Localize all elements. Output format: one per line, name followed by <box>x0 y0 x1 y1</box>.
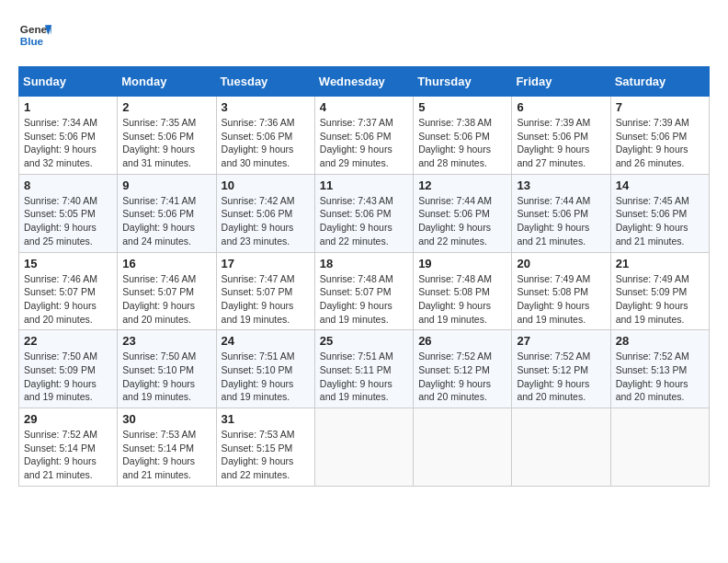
daylight-label: Daylight: 9 hours and 20 minutes. <box>616 378 688 403</box>
sunset-label: Sunset: 5:07 PM <box>320 286 392 297</box>
day-info: Sunrise: 7:52 AM Sunset: 5:13 PM Dayligh… <box>616 350 704 404</box>
day-info: Sunrise: 7:47 AM Sunset: 5:07 PM Dayligh… <box>222 272 310 327</box>
calendar-cell: 25 Sunrise: 7:51 AM Sunset: 5:11 PM Dayl… <box>314 330 413 408</box>
day-info: Sunrise: 7:39 AM Sunset: 5:06 PM Dayligh… <box>517 116 605 170</box>
daylight-label: Daylight: 9 hours and 21 minutes. <box>517 222 589 247</box>
day-number: 5 <box>418 100 506 114</box>
day-number: 31 <box>222 412 310 426</box>
sunrise-label: Sunrise: 7:34 AM <box>24 117 97 128</box>
calendar-week-row: 15 Sunrise: 7:46 AM Sunset: 5:07 PM Dayl… <box>19 252 710 330</box>
day-number: 30 <box>122 412 210 426</box>
sunrise-label: Sunrise: 7:39 AM <box>517 117 590 128</box>
day-number: 26 <box>418 334 506 348</box>
daylight-label: Daylight: 9 hours and 26 minutes. <box>616 144 688 168</box>
calendar-cell: 26 Sunrise: 7:52 AM Sunset: 5:12 PM Dayl… <box>414 330 512 408</box>
day-number: 16 <box>122 257 210 270</box>
day-number: 2 <box>122 100 210 114</box>
sunrise-label: Sunrise: 7:49 AM <box>517 273 590 284</box>
calendar-cell <box>414 408 512 487</box>
sunrise-label: Sunrise: 7:41 AM <box>122 195 196 206</box>
sunset-label: Sunset: 5:06 PM <box>517 131 588 142</box>
sunrise-label: Sunrise: 7:48 AM <box>320 273 393 284</box>
day-number: 10 <box>222 178 310 192</box>
sunset-label: Sunset: 5:09 PM <box>616 286 688 297</box>
day-info: Sunrise: 7:53 AM Sunset: 5:15 PM Dayligh… <box>222 428 310 482</box>
calendar-cell: 20 Sunrise: 7:49 AM Sunset: 5:08 PM Dayl… <box>512 252 610 330</box>
sunset-label: Sunset: 5:08 PM <box>517 286 588 297</box>
sunrise-label: Sunrise: 7:44 AM <box>418 195 492 206</box>
day-number: 18 <box>320 257 408 270</box>
sunset-label: Sunset: 5:13 PM <box>616 364 688 375</box>
day-info: Sunrise: 7:50 AM Sunset: 5:10 PM Dayligh… <box>122 350 210 404</box>
daylight-label: Daylight: 9 hours and 29 minutes. <box>320 144 392 168</box>
calendar-cell: 31 Sunrise: 7:53 AM Sunset: 5:15 PM Dayl… <box>216 408 314 487</box>
sunrise-label: Sunrise: 7:43 AM <box>320 195 393 206</box>
daylight-label: Daylight: 9 hours and 20 minutes. <box>24 300 97 325</box>
sunset-label: Sunset: 5:07 PM <box>122 286 194 297</box>
day-number: 4 <box>320 100 408 114</box>
day-info: Sunrise: 7:52 AM Sunset: 5:12 PM Dayligh… <box>418 350 506 404</box>
calendar-cell <box>314 408 413 487</box>
calendar-cell: 4 Sunrise: 7:37 AM Sunset: 5:06 PM Dayli… <box>314 97 413 175</box>
day-info: Sunrise: 7:41 AM Sunset: 5:06 PM Dayligh… <box>122 194 210 248</box>
day-number: 7 <box>616 100 704 114</box>
calendar-cell: 13 Sunrise: 7:44 AM Sunset: 5:06 PM Dayl… <box>512 174 610 252</box>
daylight-label: Daylight: 9 hours and 23 minutes. <box>222 222 294 247</box>
day-info: Sunrise: 7:39 AM Sunset: 5:06 PM Dayligh… <box>616 116 704 170</box>
sunset-label: Sunset: 5:06 PM <box>616 131 688 142</box>
day-number: 1 <box>24 100 112 114</box>
day-number: 15 <box>24 257 112 270</box>
sunrise-label: Sunrise: 7:53 AM <box>222 429 295 440</box>
day-info: Sunrise: 7:37 AM Sunset: 5:06 PM Dayligh… <box>320 116 408 170</box>
day-number: 25 <box>320 334 408 348</box>
daylight-label: Daylight: 9 hours and 19 minutes. <box>222 378 294 403</box>
day-info: Sunrise: 7:48 AM Sunset: 5:08 PM Dayligh… <box>418 272 506 327</box>
daylight-label: Daylight: 9 hours and 21 minutes. <box>122 455 195 480</box>
daylight-label: Daylight: 9 hours and 27 minutes. <box>517 144 589 168</box>
calendar-cell: 21 Sunrise: 7:49 AM Sunset: 5:09 PM Dayl… <box>610 252 709 330</box>
sunrise-label: Sunrise: 7:38 AM <box>418 117 492 128</box>
sunrise-label: Sunrise: 7:52 AM <box>24 429 97 440</box>
sunset-label: Sunset: 5:06 PM <box>222 131 293 142</box>
calendar-cell: 1 Sunrise: 7:34 AM Sunset: 5:06 PM Dayli… <box>19 97 118 175</box>
day-number: 3 <box>222 100 310 114</box>
col-header-tuesday: Tuesday <box>216 67 314 97</box>
sunrise-label: Sunrise: 7:40 AM <box>24 195 97 206</box>
sunrise-label: Sunrise: 7:53 AM <box>122 429 196 440</box>
daylight-label: Daylight: 9 hours and 21 minutes. <box>616 222 688 247</box>
sunrise-label: Sunrise: 7:42 AM <box>222 195 295 206</box>
sunset-label: Sunset: 5:14 PM <box>24 442 96 454</box>
sunrise-label: Sunrise: 7:50 AM <box>24 350 97 362</box>
daylight-label: Daylight: 9 hours and 20 minutes. <box>517 378 589 403</box>
col-header-wednesday: Wednesday <box>314 67 413 97</box>
calendar-cell: 29 Sunrise: 7:52 AM Sunset: 5:14 PM Dayl… <box>19 408 118 487</box>
day-info: Sunrise: 7:48 AM Sunset: 5:07 PM Dayligh… <box>320 272 408 327</box>
calendar-cell: 2 Sunrise: 7:35 AM Sunset: 5:06 PM Dayli… <box>118 97 216 175</box>
sunset-label: Sunset: 5:07 PM <box>24 286 96 297</box>
daylight-label: Daylight: 9 hours and 22 minutes. <box>418 222 491 247</box>
day-info: Sunrise: 7:52 AM Sunset: 5:14 PM Dayligh… <box>24 428 112 482</box>
day-info: Sunrise: 7:50 AM Sunset: 5:09 PM Dayligh… <box>24 350 112 404</box>
sunrise-label: Sunrise: 7:52 AM <box>418 350 492 362</box>
sunrise-label: Sunrise: 7:48 AM <box>418 273 492 284</box>
calendar-cell: 23 Sunrise: 7:50 AM Sunset: 5:10 PM Dayl… <box>118 330 216 408</box>
day-number: 14 <box>616 178 704 192</box>
day-number: 24 <box>222 334 310 348</box>
sunset-label: Sunset: 5:10 PM <box>222 364 293 375</box>
calendar-cell: 27 Sunrise: 7:52 AM Sunset: 5:12 PM Dayl… <box>512 330 610 408</box>
daylight-label: Daylight: 9 hours and 28 minutes. <box>418 144 491 168</box>
col-header-sunday: Sunday <box>19 67 118 97</box>
logo: General Blue <box>18 18 55 52</box>
sunset-label: Sunset: 5:10 PM <box>122 364 194 375</box>
day-info: Sunrise: 7:44 AM Sunset: 5:06 PM Dayligh… <box>517 194 605 248</box>
calendar-cell: 6 Sunrise: 7:39 AM Sunset: 5:06 PM Dayli… <box>512 97 610 175</box>
calendar-table: SundayMondayTuesdayWednesdayThursdayFrid… <box>18 66 710 487</box>
daylight-label: Daylight: 9 hours and 25 minutes. <box>24 222 97 247</box>
col-header-thursday: Thursday <box>414 67 512 97</box>
day-info: Sunrise: 7:51 AM Sunset: 5:10 PM Dayligh… <box>222 350 310 404</box>
daylight-label: Daylight: 9 hours and 19 minutes. <box>122 378 195 403</box>
daylight-label: Daylight: 9 hours and 19 minutes. <box>418 300 491 325</box>
calendar-cell <box>610 408 709 487</box>
sunset-label: Sunset: 5:06 PM <box>24 131 96 142</box>
calendar-cell: 22 Sunrise: 7:50 AM Sunset: 5:09 PM Dayl… <box>19 330 118 408</box>
